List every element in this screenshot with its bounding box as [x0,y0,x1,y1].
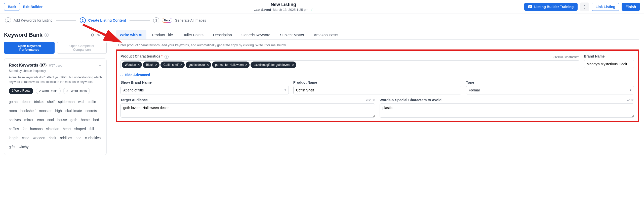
keyword-item[interactable]: shaped [74,125,86,132]
tab-product-title[interactable]: Product Title [148,30,177,39]
chevron-up-icon[interactable]: ︿ [103,33,107,37]
step-2[interactable]: 2 Create Listing Content [80,17,126,23]
keyword-item[interactable]: skulltimate [65,107,82,114]
tone-select[interactable]: Formal ▾ [466,86,634,94]
play-icon [528,5,532,8]
keyword-item[interactable]: witchy [19,143,29,150]
keyword-item[interactable]: shelf [47,98,55,105]
tab-generic-keyword[interactable]: Generic Keyword [237,30,274,39]
characteristic-chip: excellent gift for goth lovers✕ [251,62,296,68]
info-icon[interactable]: i [165,55,169,59]
keyword-item[interactable]: home [81,116,90,123]
keyword-item[interactable]: emo [37,116,44,123]
tab-description[interactable]: Description [209,30,236,39]
remove-chip-icon[interactable]: ✕ [180,63,183,67]
keyword-item[interactable]: wall [78,98,84,105]
keyword-item[interactable]: oddities [60,134,72,141]
remove-chip-icon[interactable]: ✕ [207,63,209,67]
keyword-item[interactable]: trinket [34,98,44,105]
keyword-item[interactable]: coffin [88,98,96,105]
back-button[interactable]: Back [4,3,20,11]
keyword-item[interactable]: and [75,134,81,141]
listing-builder-training-button[interactable]: Listing Builder Training [524,3,578,11]
keyword-item[interactable]: bed [93,116,99,123]
characteristics-chips-input[interactable]: Wooden✕Black✕Coffin shelf✕gothic decor✕p… [120,60,579,69]
page-title: New Listing [254,2,313,7]
hide-advanced-toggle[interactable]: ︿ Hide Advanced [120,73,634,77]
words-to-avoid-input[interactable] [380,103,634,118]
keyword-item[interactable]: gifts [9,143,15,150]
characteristic-chip: perfect for Halloween✕ [212,62,250,68]
step-1-number: 1 [5,17,11,23]
keyword-item[interactable]: decor [22,98,30,105]
keyword-item[interactable]: heart [63,125,71,132]
keyword-item[interactable]: full [89,125,94,132]
target-audience-input[interactable] [120,103,375,118]
remove-chip-icon[interactable]: ✕ [155,63,157,67]
pill-1-word-roots[interactable]: 1 Word Roots [9,88,33,94]
last-saved-time: March 13, 2025 1:25 pm [273,8,308,12]
step-3[interactable]: 3 Beta Generate AI Images [153,17,206,23]
keyword-item[interactable]: house [57,116,67,123]
show-brand-name-select[interactable]: At end of title ▾ [120,86,289,94]
keyword-item[interactable]: humans [30,125,43,132]
chevron-up-icon[interactable]: ︿ [98,63,102,68]
last-saved-label: Last Saved [254,8,271,12]
remove-chip-icon[interactable]: ✕ [292,63,294,67]
keyword-item[interactable]: mirror [24,116,33,123]
keyword-item[interactable]: gothic [9,98,18,105]
finish-button[interactable]: Finish [622,3,640,11]
step-1[interactable]: 1 Add Keywords for Listing [5,17,53,23]
training-label: Listing Builder Training [534,5,574,9]
keyword-item[interactable]: chair [49,134,56,141]
keyword-item[interactable]: coffins [9,125,19,132]
keyword-item[interactable]: high [55,107,62,114]
gear-icon[interactable]: ⚙ [91,33,94,37]
step-1-label: Add Keywords for Listing [14,18,53,22]
remove-chip-icon[interactable]: ✕ [245,63,248,67]
open-keyword-performance-button[interactable]: Open Keyword Performance [4,42,55,54]
open-competitor-comparison-button[interactable]: Open Competitor Comparison [57,42,107,54]
keyword-item[interactable]: monster [39,107,52,114]
top-bar: Back Exit Builder New Listing Last Saved… [0,0,644,14]
keyword-item[interactable]: for [22,125,26,132]
keyword-item[interactable]: case [22,134,29,141]
brand-name-input[interactable] [584,60,634,68]
info-icon[interactable]: i [45,33,49,37]
keyword-bank-title: Keyword Bank [4,32,43,38]
root-keywords-count: 0/97 used [49,64,62,67]
tab-write-with-ai[interactable]: Write with AI [116,30,146,39]
pill-3-word-roots[interactable]: 3+ Word Roots [63,88,90,94]
root-keywords-desc: Alone, base keywords don't affect your K… [9,75,102,84]
show-brand-name-value: At end of title [123,88,144,92]
keyword-item[interactable]: spiderman [58,98,74,105]
keyword-item[interactable]: victorian [46,125,59,132]
remove-chip-icon[interactable]: ✕ [137,63,140,67]
characteristic-chip: gothic decor✕ [186,62,211,68]
keyword-item[interactable]: curiosities [85,134,101,141]
keyword-item[interactable]: room [9,107,17,114]
keyword-item[interactable]: cool [47,116,54,123]
link-listing-button[interactable]: Link Listing [592,3,619,11]
step-3-label: Generate AI Images [175,18,206,22]
keyword-item[interactable]: wooden [33,134,45,141]
pencil-icon[interactable]: ✎ [97,33,100,37]
keyword-item[interactable]: length [9,134,18,141]
keyword-item[interactable]: shelves [9,116,21,123]
keyword-item[interactable]: bookshelf [20,107,35,114]
exit-builder-button[interactable]: Exit Builder [23,5,43,9]
step-divider [130,20,150,21]
pill-2-word-roots[interactable]: 2 Word Roots [36,88,61,94]
step-2-label: Create Listing Content [88,18,126,22]
more-options-button[interactable]: ⋮ [580,3,589,11]
keyword-item[interactable]: secrets [86,107,97,114]
product-name-input[interactable] [293,86,462,94]
words-to-avoid-label: Words & Special Characters to Avoid [380,98,441,102]
tab-subject-matter[interactable]: Subject Matter [276,30,308,39]
tab-amazon-posts[interactable]: Amazon Posts [310,30,342,39]
keyword-item[interactable]: goth [70,116,77,123]
chevron-down-icon: ▾ [630,88,631,92]
tab-bullet-points[interactable]: Bullet Points [178,30,207,39]
chevron-up-icon: ︿ [120,73,123,77]
characteristic-chip: Wooden✕ [122,62,142,68]
